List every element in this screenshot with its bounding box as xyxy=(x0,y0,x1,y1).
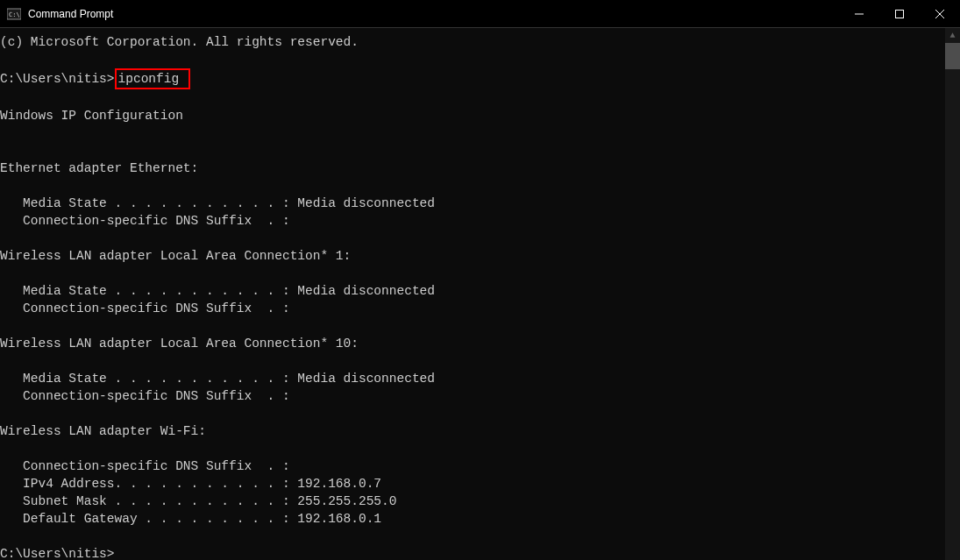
cmd-icon: C:\ xyxy=(7,7,21,21)
scrollbar[interactable]: ▲ xyxy=(945,28,960,560)
adapter-property: Media State . . . . . . . . . . . : Medi… xyxy=(0,282,945,300)
blank-line xyxy=(0,230,945,247)
blank-line xyxy=(0,51,945,68)
prompt-path: C:\Users\nitis> xyxy=(0,72,115,86)
adapter-property: Connection-specific DNS Suffix . : xyxy=(0,387,945,405)
adapter-heading: Wireless LAN adapter Local Area Connecti… xyxy=(0,335,945,352)
svg-text:C:\: C:\ xyxy=(9,11,20,18)
adapter-heading: Wireless LAN adapter Wi-Fi: xyxy=(0,422,945,440)
minimize-button[interactable] xyxy=(839,0,879,28)
adapter-property: Media State . . . . . . . . . . . : Medi… xyxy=(0,195,945,212)
adapter-property: IPv4 Address. . . . . . . . . . . : 192.… xyxy=(0,475,945,493)
terminal-output[interactable]: (c) Microsoft Corporation. All rights re… xyxy=(0,28,945,560)
adapter-heading: Wireless LAN adapter Local Area Connecti… xyxy=(0,247,945,265)
adapter-property: Default Gateway . . . . . . . . . : 192.… xyxy=(0,510,945,528)
blank-line xyxy=(0,528,945,545)
copyright-line: (c) Microsoft Corporation. All rights re… xyxy=(0,33,945,51)
titlebar: C:\ Command Prompt xyxy=(0,0,960,28)
adapter-property: Subnet Mask . . . . . . . . . . . : 255.… xyxy=(0,493,945,510)
prompt-line: C:\Users\nitis>ipconfig xyxy=(0,68,945,89)
blank-line xyxy=(0,265,945,282)
blank-line xyxy=(0,177,945,195)
blank-line xyxy=(0,352,945,370)
blank-line xyxy=(0,405,945,422)
adapter-property: Media State . . . . . . . . . . . : Medi… xyxy=(0,370,945,387)
blank-line xyxy=(0,124,945,142)
prompt-line: C:\Users\nitis> xyxy=(0,545,945,560)
window-title: Command Prompt xyxy=(28,8,113,20)
adapter-heading: Ethernet adapter Ethernet: xyxy=(0,159,945,177)
svg-rect-3 xyxy=(896,11,904,18)
blank-line xyxy=(0,317,945,335)
window-controls xyxy=(839,0,960,27)
scroll-thumb[interactable] xyxy=(945,43,960,69)
adapter-property: Connection-specific DNS Suffix . : xyxy=(0,300,945,317)
blank-line xyxy=(0,142,945,159)
maximize-button[interactable] xyxy=(879,0,920,28)
titlebar-left: C:\ Command Prompt xyxy=(0,7,113,21)
blank-line xyxy=(0,440,945,457)
blank-line xyxy=(0,89,945,107)
ipconfig-heading: Windows IP Configuration xyxy=(0,107,945,124)
close-button[interactable] xyxy=(920,0,960,28)
scroll-up-arrow-icon[interactable]: ▲ xyxy=(945,28,960,43)
adapter-property: Connection-specific DNS Suffix . : xyxy=(0,212,945,230)
highlighted-command: ipconfig xyxy=(115,68,190,89)
adapter-property: Connection-specific DNS Suffix . : xyxy=(0,457,945,475)
